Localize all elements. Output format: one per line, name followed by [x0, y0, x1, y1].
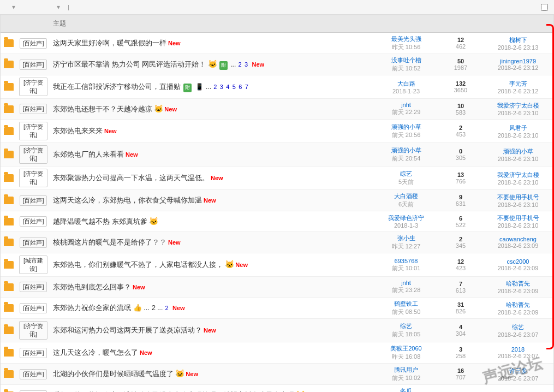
author-name[interactable]: jnht [401, 102, 411, 108]
last-time: 2018-2-6 23:09 [486, 288, 550, 294]
author-name[interactable]: 大白路 [397, 80, 415, 87]
author-name[interactable]: 最美光头强 [391, 35, 421, 42]
thread-title-link[interactable]: 东郊和运河热力公司这两天开展了送炎凉活动？ [53, 326, 202, 334]
page-link[interactable]: 4 [226, 82, 229, 92]
thread-title-link[interactable]: 东郊热电，你们别嫌暖气不热了，人家电话都没人接， [53, 260, 223, 269]
thread-title-link[interactable]: 东郊热电到底怎么回事？ [53, 283, 131, 291]
page-link[interactable]: 7 [245, 82, 248, 92]
thread-tag[interactable]: [百姓声] [20, 104, 46, 114]
thread-last-col: 我爱济宁太白楼 2018-2-6 23:10 [482, 169, 553, 188]
thread-tag-col: [济宁资讯] [17, 75, 50, 98]
filter-new[interactable] [19, 6, 23, 8]
author-name[interactable]: 6935768 [395, 258, 418, 264]
author-name[interactable]: jnht [401, 280, 411, 286]
thread-tag[interactable]: [济宁资讯] [19, 78, 47, 96]
thread-tag[interactable]: [百姓声] [20, 282, 46, 292]
thread-title-link[interactable]: 东郊热电来来来 [53, 127, 103, 135]
author-name[interactable]: 顽强的小草 [391, 123, 421, 130]
last-author[interactable]: 许三多 [509, 367, 527, 374]
thread-tag[interactable]: [百姓声] [20, 195, 46, 206]
last-author[interactable]: 我爱济宁太白楼 [497, 171, 539, 178]
last-author[interactable]: 综艺 [512, 324, 524, 330]
thread-title-link[interactable]: 这几天这么冷，暖气怎么了 [53, 348, 138, 357]
thread-tag[interactable]: [百姓声] [20, 38, 46, 49]
thread-title-link[interactable]: 东郊热电还想干不？天越冷越凉 [53, 105, 152, 113]
thread-replies-col: 13 766 [439, 169, 482, 187]
thread-tag[interactable]: [百姓声] [20, 303, 46, 313]
last-author[interactable]: caowancheng [499, 236, 537, 242]
last-author[interactable]: 不要使用手机号 [497, 194, 539, 200]
thread-tag[interactable]: [百姓声] [20, 348, 46, 358]
thread-last-col: 哈勒普先 2018-2-6 23:09 [482, 299, 553, 318]
thread-title-link[interactable]: 济宁市区最不靠谱 热力公司 网民评选活动开始！ [53, 60, 206, 68]
thread-replies-col: 2 345 [439, 234, 482, 251]
thread-tag[interactable]: [济宁资讯] [19, 321, 47, 340]
thread-tag[interactable]: [百姓声] [20, 216, 46, 227]
last-author[interactable]: 风君子 [509, 124, 527, 131]
filter-all[interactable] [4, 6, 9, 8]
last-author[interactable]: 顽强的小草 [503, 148, 533, 155]
author-name[interactable]: 冬瓜 [400, 388, 412, 392]
author-name[interactable]: 腾讯用户 [394, 366, 418, 373]
author-name[interactable]: 没事吐个槽 [391, 57, 421, 63]
author-name[interactable]: 我爱绿色济宁 [388, 215, 424, 221]
thread-tag[interactable]: [百姓声] [20, 369, 46, 379]
last-author[interactable]: 2018 [511, 346, 525, 353]
thread-tag[interactable]: [济宁资讯] [19, 122, 47, 140]
replies-count: 3 [442, 346, 479, 353]
page-link[interactable]: 3 [245, 60, 248, 69]
thread-tag[interactable]: [城市建设] [19, 256, 47, 274]
thread-tag[interactable]: [济宁资讯] [19, 145, 47, 164]
thread-title-link[interactable]: 这两天家里好冷啊，暖气跟假的一样 [53, 39, 166, 47]
page-link[interactable]: 6 [239, 82, 242, 92]
folder-icon-col [1, 125, 17, 137]
thread-replies-col: 12 462 [439, 34, 482, 52]
thread-title-link[interactable]: 核桃园这片的暖气是不是给停了？？ [53, 238, 166, 246]
thread-author-col: 大白酒楼 6天前 [373, 190, 439, 211]
thread-tag[interactable]: [百姓声] [20, 237, 46, 248]
page-link[interactable]: 2 [213, 82, 217, 92]
thread-title-link[interactable]: 这两天这么冷，东郊热电，你衣食父母喊你加温 [53, 196, 202, 204]
author-name[interactable]: 张小生 [397, 235, 415, 241]
author-name[interactable]: 美猴王2060 [390, 345, 421, 352]
filter-elite[interactable] [41, 6, 46, 8]
filter-hot[interactable] [26, 6, 31, 8]
author-name[interactable]: 顽强的小草 [391, 147, 421, 153]
filter-more[interactable] [49, 6, 53, 8]
last-author[interactable]: 我爱济宁太白楼 [497, 102, 539, 109]
thread-tag[interactable]: [百姓声] [20, 390, 46, 393]
page-link[interactable]: 2 [239, 60, 242, 69]
last-time: 2018-2-6 23:09 [486, 265, 550, 271]
last-author[interactable]: 哈勒普先 [506, 280, 530, 287]
thread-title-col: 济宁市区最不靠谱 热力公司 网民评选活动开始！ 🐱 附 ... 2 3 New [50, 57, 373, 72]
thread-title-link[interactable]: 东郊热力祝你全家的流氓 👍 ... 2 [53, 304, 156, 312]
last-author[interactable]: 李元芳 [509, 80, 527, 87]
thread-title-link[interactable]: 越降温暖气越不热 东郊真坑爹 [53, 217, 147, 225]
thread-tag[interactable]: [济宁资讯] [19, 169, 47, 187]
thread-tag-col: [百姓声] [17, 57, 50, 72]
page-link[interactable]: 2 [165, 304, 169, 313]
last-author[interactable]: 哈勒普先 [506, 301, 530, 308]
filter-hotpost[interactable] [34, 6, 38, 8]
last-author[interactable]: 槐树下 [509, 37, 527, 43]
thread-tag-col: [济宁资讯] [17, 319, 50, 342]
last-author[interactable]: 不要使用手机号 [497, 215, 539, 221]
thread-title-link[interactable]: 我正在工信部投诉济宁移动公司，直播贴 [53, 82, 181, 91]
views-count: 613 [442, 287, 479, 294]
new-window-checkbox[interactable] [541, 4, 548, 11]
thread-author-col: 美猴王2060 昨天 16:08 [373, 342, 439, 363]
author-name[interactable]: 综艺 [400, 323, 412, 329]
page-link[interactable]: 3 [220, 82, 223, 92]
thread-tag[interactable]: [百姓声] [20, 60, 46, 70]
author-name[interactable]: 大白酒楼 [394, 193, 418, 199]
last-author[interactable]: csc2000 [507, 258, 529, 265]
author-name[interactable]: 鹤壁铁工 [394, 300, 418, 307]
new-window-checkbox-label[interactable] [541, 4, 550, 11]
last-time: 2018-2-6 23:09 [486, 242, 550, 249]
last-author[interactable]: jiningren1979 [500, 58, 536, 64]
thread-title-link[interactable]: 北湖的小伙伴们是时候晒晒暖气温度了 [53, 370, 174, 378]
author-name[interactable]: 综艺 [400, 170, 412, 177]
page-link[interactable]: 5 [233, 82, 236, 92]
thread-title-link[interactable]: 东郊热电厂的人来看看 [53, 150, 124, 158]
thread-title-link[interactable]: 东郊聚源热力公司提高一下水温，这两天气温低。 [53, 174, 209, 182]
